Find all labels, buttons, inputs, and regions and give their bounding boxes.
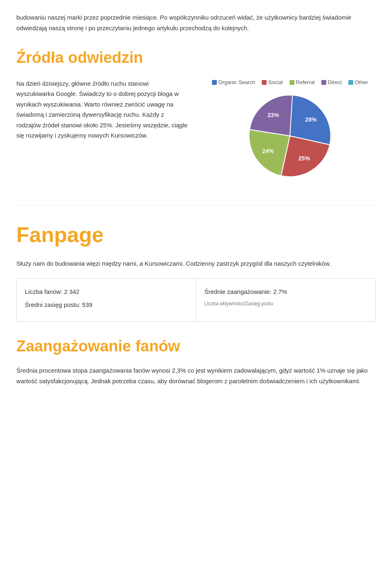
legend-item: Direct xyxy=(321,78,342,87)
engagement-rate: Średnie zaangażowanie: 2.7% xyxy=(205,287,368,297)
intro-text: budowaniu naszej marki przez poprzednie … xyxy=(16,12,376,33)
legend-item: Referral xyxy=(290,78,315,87)
pie-label: 23% xyxy=(267,112,279,118)
fanpage-title: Fanpage xyxy=(16,218,376,252)
visit-sources-text: Na dzień dzisiejszy, główne źródło ruchu… xyxy=(16,78,188,181)
pie-chart: 28%25%24%23% xyxy=(245,91,335,181)
divider xyxy=(16,205,376,206)
visit-sources-section: Na dzień dzisiejszy, główne źródło ruchu… xyxy=(16,78,376,181)
legend-item: Other xyxy=(348,78,368,87)
legend-item: Organic Search xyxy=(212,78,255,87)
post-reach: Średni zasięg postu: 539 xyxy=(25,300,188,310)
pie-svg: 28%25%24%23% xyxy=(245,91,335,181)
zaangazowanie-description: Średnia procentowa stopa zaangażowania f… xyxy=(16,365,376,386)
zaangazowanie-title: Zaangażowanie fanów xyxy=(16,334,376,359)
legend-item: Social xyxy=(262,78,283,87)
fanpage-stats-left: Liczba fanów: 2 342 Średni zasięg postu:… xyxy=(17,279,196,321)
pie-label: 25% xyxy=(298,155,310,161)
engagement-sublabel: Liczba aktywności/Zasięg postu xyxy=(205,300,368,308)
pie-label: 28% xyxy=(305,116,317,123)
fans-count: Liczba fanów: 2 342 xyxy=(25,287,188,297)
fanpage-stats-right: Średnie zaangażowanie: 2.7% Liczba aktyw… xyxy=(196,279,376,321)
visit-sources-paragraph: Na dzień dzisiejszy, główne źródło ruchu… xyxy=(16,78,188,141)
visit-sources-title: Źródła odwiedzin xyxy=(16,45,376,70)
fanpage-stats: Liczba fanów: 2 342 Średni zasięg postu:… xyxy=(16,278,376,322)
fanpage-section: Fanpage Służy nam do budowania więzi mię… xyxy=(16,218,376,386)
chart-area: Organic SearchSocialReferralDirectOther … xyxy=(204,78,376,181)
chart-legend: Organic SearchSocialReferralDirectOther xyxy=(212,78,368,87)
fanpage-description: Służy nam do budowania więzi między nami… xyxy=(16,258,376,269)
pie-label: 24% xyxy=(262,147,274,154)
